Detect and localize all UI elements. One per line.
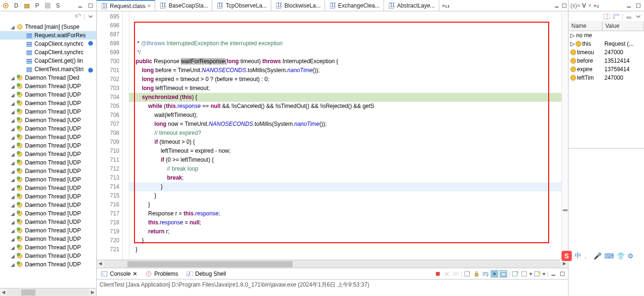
ime-glyph[interactable]: 中 [575, 252, 581, 260]
tree-row[interactable]: ◢Daemon Thread [UDP [0, 82, 96, 90]
remove-launch-icon[interactable] [443, 270, 451, 278]
col-value[interactable]: Value [602, 22, 644, 31]
editor-hscroll[interactable]: ◄ ► [97, 260, 568, 268]
tree-row[interactable]: CoapClient.synchrc [0, 40, 96, 48]
maximize-icon[interactable] [559, 270, 566, 278]
minimize-icon[interactable] [625, 2, 633, 9]
fold-bar[interactable] [123, 11, 129, 260]
terminate-icon[interactable] [434, 270, 442, 278]
tree-row[interactable]: ◢Daemon Thread [UDP [0, 133, 96, 141]
tab-d[interactable]: D [12, 1, 20, 10]
tree-row[interactable]: ◢Thread [main] (Suspe [0, 23, 96, 31]
line-gutter[interactable]: 6956966976986997007017027037047057067077… [97, 11, 123, 260]
tree-row[interactable]: ◢Daemon Thread [UDP [0, 99, 96, 107]
tree-row[interactable]: ◢Daemon Thread [UDP [0, 260, 96, 269]
editor-tab[interactable]: 101BaseCoapSta... [155, 0, 212, 11]
variable-row[interactable]: ▷ thisRequest (... [569, 40, 644, 48]
pin-console-icon[interactable] [491, 270, 498, 278]
tree-row[interactable]: ◢Daemon Thread [UDP [0, 252, 96, 260]
ime-logo-icon[interactable]: S [561, 251, 572, 261]
tab-debug-shell[interactable]: J Debug Shell [184, 269, 228, 279]
ime-glyph[interactable]: 、 [584, 252, 591, 260]
variable-row[interactable]: expire13759414 [569, 65, 644, 74]
tab-variables[interactable]: V [582, 2, 586, 9]
tree-row[interactable]: ◢Daemon Thread [UDP [0, 116, 96, 124]
collapse-all-icon[interactable] [612, 13, 620, 20]
variable-row[interactable]: timeou247000 [569, 48, 644, 57]
dropdown-icon[interactable]: ▾ [529, 271, 532, 277]
ime-settings-icon[interactable]: ⚙ [627, 252, 634, 260]
editor-tab[interactable]: 101Request.class✕ [97, 0, 155, 11]
minimize-icon[interactable] [76, 2, 84, 9]
variable-row[interactable]: ▷ no me [569, 31, 644, 40]
view-menu-icon[interactable] [635, 13, 642, 20]
col-name[interactable]: Name [569, 22, 602, 31]
minimize-icon[interactable] [550, 270, 557, 278]
editor-tab[interactable]: 101AbstractLaye... [384, 0, 439, 11]
close-icon[interactable]: ✕ [147, 3, 151, 8]
tree-row[interactable]: ◢Daemon Thread [Ded [0, 74, 96, 82]
tab-problems[interactable]: Problems [143, 269, 180, 279]
tab-s[interactable]: S [54, 1, 62, 10]
tree-row[interactable]: ClientTest.main(Stri [0, 65, 96, 74]
tree-row[interactable]: ◢Daemon Thread [UDP [0, 150, 96, 158]
tree-row[interactable]: ◢Daemon Thread [UDP [0, 192, 96, 201]
tab-console[interactable]: Console ✕ [99, 269, 139, 279]
maximize-icon[interactable] [635, 2, 642, 9]
tree-row[interactable]: ◢Daemon Thread [UDP [0, 218, 96, 226]
variable-row[interactable]: leftTim247000 [569, 74, 644, 82]
view-menu-icon[interactable] [87, 13, 94, 20]
close-icon[interactable]: ✕ [133, 271, 137, 277]
tree-row[interactable]: ◢Daemon Thread [UDP [0, 201, 96, 209]
tree-row[interactable]: ◢Daemon Thread [UDP [0, 124, 96, 133]
ime-bar[interactable]: S 中 、 🎤 ⌨ 👕 ⚙ [560, 250, 635, 262]
maximize-icon[interactable] [560, 2, 568, 9]
tree-row[interactable]: Request.waitForRes [0, 31, 96, 40]
variable-detail-pane[interactable] [569, 148, 644, 296]
left-hscroll[interactable]: ◄ ► [0, 288, 96, 296]
remove-all-icon[interactable] [452, 270, 460, 278]
debug-tree[interactable]: ◢Thread [main] (SuspeRequest.waitForResC… [0, 22, 96, 288]
variable-row[interactable]: before13512414 [569, 57, 644, 65]
editor-tab[interactable]: 101TcpObserveLa... [212, 0, 271, 11]
tree-row[interactable]: ◢Daemon Thread [UDP [0, 167, 96, 175]
dropdown-icon[interactable]: ▾ [543, 271, 545, 277]
code-editor[interactable]: * @throws InterruptedException the inter… [129, 11, 561, 260]
overview-ruler[interactable] [561, 11, 568, 260]
clear-console-icon[interactable] [464, 270, 471, 278]
tree-row[interactable]: ◢Daemon Thread [UDP [0, 184, 96, 192]
ime-mic-icon[interactable]: 🎤 [594, 252, 602, 260]
collapse-all-icon[interactable] [74, 13, 82, 20]
editor-tab[interactable]: 101BlockwiseLa... [271, 0, 325, 11]
tree-row[interactable]: ◢Daemon Thread [UDP [0, 175, 96, 184]
tree-row[interactable]: ◢Daemon Thread [UDP [0, 209, 96, 218]
minimize2-icon[interactable] [625, 13, 633, 20]
show-console-icon[interactable] [500, 270, 507, 278]
minimize-icon[interactable] [553, 2, 560, 9]
new-console-icon[interactable] [534, 270, 541, 278]
more-views[interactable]: »₂ [594, 2, 599, 9]
tree-row[interactable]: ◢Daemon Thread [UDP [0, 243, 96, 252]
ime-skin-icon[interactable]: 👕 [617, 252, 625, 260]
ime-keyboard-icon[interactable]: ⌨ [604, 252, 614, 260]
tree-row[interactable]: ◢Daemon Thread [UDP [0, 141, 96, 150]
tree-row[interactable]: ◢Daemon Thread [UDP [0, 107, 96, 116]
tab-p[interactable]: P [33, 1, 41, 10]
open-console-icon[interactable] [511, 270, 519, 278]
more-tabs[interactable]: »₁₃ [439, 2, 453, 9]
tree-row[interactable]: CoapClient.synchrc [0, 48, 96, 57]
tree-row[interactable]: ◢Daemon Thread [UDP [0, 235, 96, 243]
show-type-icon[interactable]: ⋮≡ [603, 13, 611, 20]
maximize-icon[interactable] [87, 2, 94, 9]
editor-tab[interactable]: 101ExchangeClea... [325, 0, 384, 11]
svg-rect-14 [26, 50, 32, 52]
tree-row[interactable]: ◢Daemon Thread [UDP [0, 158, 96, 167]
word-wrap-icon[interactable] [482, 270, 489, 278]
tree-row[interactable]: ◢Daemon Thread [UDP [0, 226, 96, 235]
tree-row[interactable]: ◢Daemon Thread [UDP [0, 90, 96, 99]
display-selected-icon[interactable] [520, 270, 528, 278]
close-icon[interactable]: ✕ [588, 3, 592, 8]
variables-rows[interactable]: ▷ no me▷ thisRequest (... timeou247000 b… [569, 31, 644, 82]
scroll-lock-icon[interactable] [473, 270, 480, 278]
tree-row[interactable]: CoapClient.get() lin [0, 57, 96, 65]
